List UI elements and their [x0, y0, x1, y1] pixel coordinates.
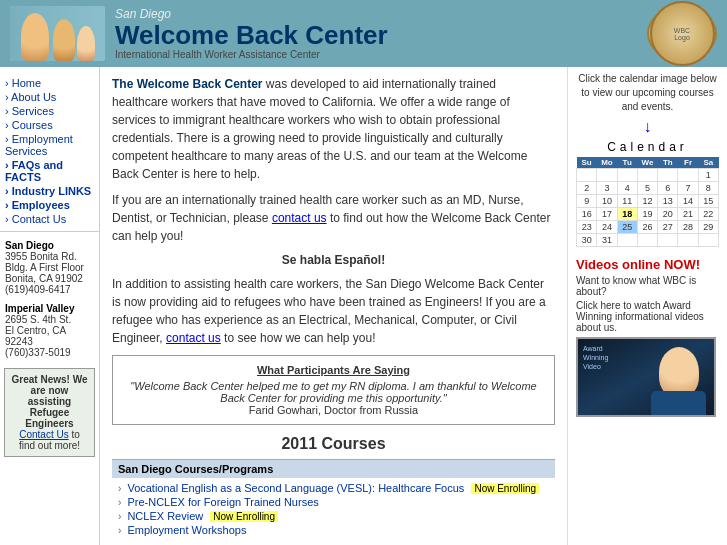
cal-day: 19 [637, 208, 657, 221]
course-link-prenclex-sd[interactable]: Pre-NCLEX for Foreign Trained Nurses [127, 496, 318, 508]
course-item: › Vocational English as a Second Languag… [112, 481, 555, 495]
cal-day: 5 [637, 182, 657, 195]
cal-day: 29 [698, 221, 718, 234]
quote-author: Farid Gowhari, Doctor from Russia [125, 404, 542, 416]
header: San Diego Welcome Back Center Internatio… [0, 0, 727, 67]
videos-section: Videos online NOW! Want to know what WBC… [576, 257, 719, 417]
cal-day: 12 [637, 195, 657, 208]
videos-sub1: Want to know what WBC is about? [576, 275, 719, 297]
course-link-vesl[interactable]: Vocational English as a Second Language … [127, 482, 464, 494]
sidebar-item-courses[interactable]: › Courses [0, 118, 99, 132]
sidebar-nav: › Home › About Us › Services › Courses ›… [0, 72, 99, 226]
cal-day [637, 169, 657, 182]
sd-courses-section: San Diego Courses/Programs › Vocational … [112, 459, 555, 537]
course-item: › Pre-NCLEX for Foreign Trained Nurses [112, 495, 555, 509]
header-title: Welcome Back Center [115, 21, 647, 50]
cal-day: 22 [698, 208, 718, 221]
cal-day: 15 [698, 195, 718, 208]
sidebar-promo-box: Great News! We are now assisting Refugee… [4, 368, 95, 457]
course-link-employment[interactable]: Employment Workshops [127, 524, 246, 536]
calendar-arrow: ↓ [576, 118, 719, 136]
cal-day: 16 [577, 208, 597, 221]
sidebar-item-services[interactable]: › Services [0, 104, 99, 118]
course-link-nclex-sd[interactable]: NCLEX Review [127, 510, 203, 522]
cal-day: 26 [637, 221, 657, 234]
cal-day: 31 [597, 234, 617, 247]
engineers-para: If you are an internationally trained he… [112, 191, 555, 245]
header-image [10, 6, 105, 61]
videos-thumbnail[interactable]: AwardWinningVideo [576, 337, 716, 417]
cal-day: 27 [658, 221, 678, 234]
calendar-hint: Click the calendar image below to view o… [576, 72, 719, 114]
cal-day: 14 [678, 195, 698, 208]
main-intro: The Welcome Back Center was developed to… [112, 75, 555, 183]
sidebar-contact-link[interactable]: Contact Us [19, 429, 68, 440]
cal-day: 30 [577, 234, 597, 247]
sidebar: › Home › About Us › Services › Courses ›… [0, 67, 100, 545]
cal-day: 17 [597, 208, 617, 221]
cal-header-su: Su [577, 157, 597, 169]
sidebar-item-about[interactable]: › About Us [0, 90, 99, 104]
cal-day: 28 [678, 221, 698, 234]
cal-day: 10 [597, 195, 617, 208]
sidebar-item-employment[interactable]: › Employment Services [0, 132, 99, 158]
cal-header-th: Th [658, 157, 678, 169]
main-content: The Welcome Back Center was developed to… [100, 67, 567, 545]
sidebar-address-sd: San Diego 3955 Bonita Rd.Bldg. A First F… [0, 236, 99, 299]
cal-day [617, 169, 637, 182]
cal-day: 8 [698, 182, 718, 195]
cal-day: 24 [597, 221, 617, 234]
cal-day: 21 [678, 208, 698, 221]
cal-day: 1 [698, 169, 718, 182]
videos-title: Videos online NOW! [576, 257, 719, 272]
cal-day-event[interactable]: 25 [617, 221, 637, 234]
cal-day [658, 169, 678, 182]
calendar-grid[interactable]: Su Mo Tu We Th Fr Sa 1 2345678 910111213… [576, 157, 719, 247]
cal-day: 7 [678, 182, 698, 195]
sd-section-header: San Diego Courses/Programs [112, 459, 555, 478]
cal-day-today: 18 [617, 208, 637, 221]
cal-day: 3 [597, 182, 617, 195]
cal-day [678, 169, 698, 182]
header-tagline: San Diego [115, 7, 647, 21]
course-item: › NCLEX Review Now Enrolling [112, 509, 555, 523]
cal-header-we: We [637, 157, 657, 169]
sidebar-item-home[interactable]: › Home [0, 76, 99, 90]
cal-day [637, 234, 657, 247]
engineers-text: In addition to assisting health care wor… [112, 275, 555, 347]
sidebar-address-iv: Imperial Valley 2695 S. 4th St.El Centro… [0, 299, 99, 362]
quote-text: "Welcome Back Center helped me to get my… [125, 380, 542, 404]
videos-sub2: Click here to watch Award Winning inform… [576, 300, 719, 333]
courses-title: 2011 Courses [112, 435, 555, 453]
cal-day [617, 234, 637, 247]
cal-header-mo: Mo [597, 157, 617, 169]
se-habla: Se habla Español! [112, 253, 555, 267]
cal-header-tu: Tu [617, 157, 637, 169]
cal-day: 13 [658, 195, 678, 208]
quote-box: What Participants Are Saying "Welcome Ba… [112, 355, 555, 425]
badge-enrolling-2: Now Enrolling [210, 511, 278, 522]
cal-header-fr: Fr [678, 157, 698, 169]
quote-title: What Participants Are Saying [125, 364, 542, 376]
right-sidebar: Click the calendar image below to view o… [567, 67, 727, 545]
cal-day [658, 234, 678, 247]
cal-day [577, 169, 597, 182]
cal-header-sa: Sa [698, 157, 718, 169]
cal-day: 4 [617, 182, 637, 195]
sidebar-item-employees[interactable]: › Employees [0, 198, 99, 212]
cal-day: 6 [658, 182, 678, 195]
cal-day: 23 [577, 221, 597, 234]
contact-us-link1[interactable]: contact us [272, 211, 327, 225]
course-item: › Employment Workshops [112, 523, 555, 537]
cal-day: 2 [577, 182, 597, 195]
sidebar-item-industry-links[interactable]: › Industry LINKS [0, 184, 99, 198]
cal-day: 9 [577, 195, 597, 208]
sidebar-item-contact[interactable]: › Contact Us [0, 212, 99, 226]
cal-day: 11 [617, 195, 637, 208]
sidebar-item-faqs[interactable]: › FAQs and FACTS [0, 158, 99, 184]
cal-day: 20 [658, 208, 678, 221]
header-subtitle: International Health Worker Assistance C… [115, 49, 647, 60]
contact-us-link2[interactable]: contact us [166, 331, 221, 345]
cal-day [678, 234, 698, 247]
header-logo: WBCLogo [647, 6, 717, 61]
